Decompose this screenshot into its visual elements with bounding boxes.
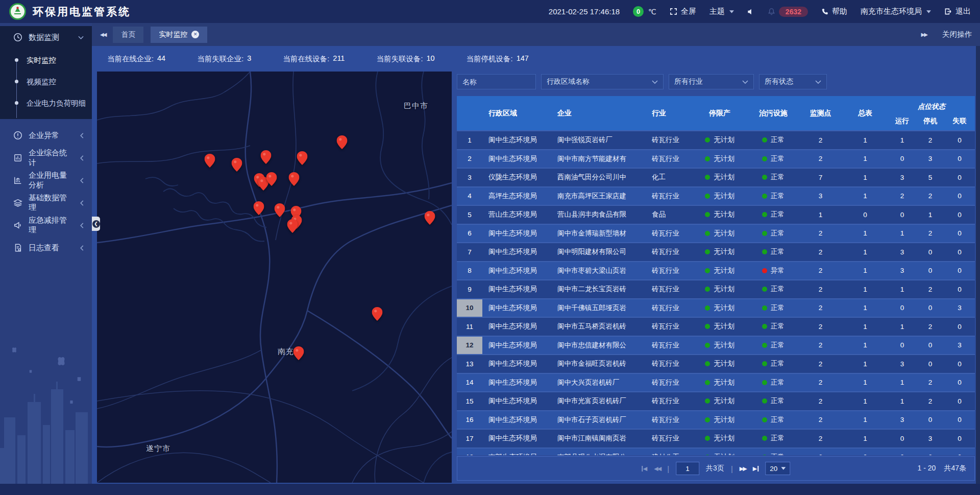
sidebar-group-enterprise-abnormal: 企业异常 bbox=[0, 124, 92, 147]
map-marker-pin[interactable] bbox=[266, 172, 277, 186]
organization-menu[interactable]: 南充市生态环境局 bbox=[861, 7, 931, 16]
map-marker-pin[interactable] bbox=[297, 151, 308, 165]
sidebar-item-enterprise-abnormal[interactable]: 企业异常 bbox=[0, 124, 92, 147]
sidebar: 数据监测实时监控视频监控企业电力负荷明细企业异常企业综合统计企业用电量分析基础数… bbox=[0, 23, 92, 484]
map-marker-pin[interactable] bbox=[289, 172, 300, 186]
industry-filter-select[interactable]: 所有行业 bbox=[669, 74, 754, 89]
map-marker-pin[interactable] bbox=[261, 150, 272, 164]
table-row[interactable]: 7阆中生态环境局阆中明阳建材有限公司砖瓦行业无计划正常21300 bbox=[457, 242, 975, 261]
table-row[interactable]: 18南部生态环境局南部县砚化水泥有限公建材化工无计划正常60060 bbox=[457, 447, 975, 456]
status-label: 无计划 bbox=[714, 415, 734, 425]
tab-realtime-monitor[interactable]: 实时监控 ✕ bbox=[151, 27, 207, 43]
cell-industry: 砖瓦行业 bbox=[646, 359, 692, 368]
table-row[interactable]: 10阆中生态环境局阆中千佛镇五郎垭页岩砖瓦行业无计划正常21003 bbox=[457, 298, 975, 317]
sidebar-cityscape-decoration bbox=[0, 341, 92, 484]
temperature-unit: ℃ bbox=[648, 8, 656, 16]
close-tab-icon[interactable]: ✕ bbox=[191, 31, 199, 38]
cell-monitor-count: 3 bbox=[799, 192, 842, 200]
cell-region: 阆中生态环境局 bbox=[482, 303, 551, 313]
map-marker-pin[interactable] bbox=[287, 219, 298, 233]
map-marker-pin[interactable] bbox=[337, 135, 348, 149]
help-button[interactable]: 帮助 bbox=[821, 7, 847, 16]
total-count-label: 共47条 bbox=[944, 464, 966, 473]
scroll-tabs-right-icon[interactable]: ▶▶ bbox=[921, 32, 927, 37]
map-marker-pin[interactable] bbox=[425, 211, 435, 225]
sidebar-item-video-monitor[interactable]: 视频监控 bbox=[0, 71, 92, 92]
column-header-halt: 停机 bbox=[916, 112, 944, 130]
region-filter-select[interactable]: 行政区域名称 bbox=[541, 74, 664, 89]
sidebar-item-realtime-monitor[interactable]: 实时监控 bbox=[0, 50, 92, 71]
table-row[interactable]: 13阆中生态环境局阆中市金福旺页岩机砖砖瓦行业无计划正常21300 bbox=[457, 354, 975, 373]
alert-icon bbox=[13, 131, 22, 140]
map-marker-pin[interactable] bbox=[372, 307, 383, 321]
sidebar-item-log-view[interactable]: 日志查看 bbox=[0, 237, 92, 259]
page-number-input[interactable]: 1 bbox=[676, 462, 699, 475]
sidebar-item-enterprise-statistics[interactable]: 企业综合统计 bbox=[0, 147, 92, 169]
sidebar-item-power-load-detail[interactable]: 企业电力负荷明细 bbox=[0, 92, 92, 114]
table-row[interactable]: 3仪陇生态环境局西南油气田分公司川中化工无计划正常71350 bbox=[457, 168, 975, 186]
table-row[interactable]: 14阆中生态环境局阆中大兴页岩机砖厂砖瓦行业无计划正常21120 bbox=[457, 373, 975, 392]
map-marker-pin[interactable] bbox=[275, 203, 285, 217]
row-number: 8 bbox=[457, 262, 482, 280]
cell-treatment: 正常 bbox=[748, 396, 799, 406]
table-row[interactable]: 2阆中生态环境局阆中市南方节能建材有砖瓦行业无计划正常21030 bbox=[457, 149, 975, 168]
status-label: 正常 bbox=[771, 229, 785, 238]
last-page-button[interactable]: ▶ bbox=[753, 465, 758, 472]
scroll-tabs-left-icon[interactable]: ◀◀ bbox=[100, 32, 106, 37]
table-row[interactable]: 12阆中生态环境局阆中市忠信建材有限公砖瓦行业无计划正常21003 bbox=[457, 336, 975, 355]
close-operations-button[interactable]: 关闭操作 bbox=[942, 30, 972, 39]
name-filter-input[interactable] bbox=[457, 74, 536, 89]
page-size-select[interactable]: 20 bbox=[765, 462, 790, 475]
map-marker-pin[interactable] bbox=[293, 346, 304, 360]
sidebar-collapse-handle[interactable]: ❮ bbox=[92, 217, 100, 231]
table-row[interactable]: 16阆中生态环境局阆中市石子页岩机砖厂砖瓦行业无计划正常21300 bbox=[457, 410, 975, 429]
status-label: 无计划 bbox=[714, 359, 734, 368]
cell-monitor-count: 2 bbox=[799, 286, 842, 293]
table-row[interactable]: 9阆中生态环境局阆中市二龙长宝页岩砖砖瓦行业无计划正常21120 bbox=[457, 279, 975, 298]
speaker-button[interactable] bbox=[747, 8, 754, 15]
notifications-button[interactable]: 2632 bbox=[768, 7, 808, 17]
status-filter-select[interactable]: 所有状态 bbox=[759, 74, 827, 89]
table-row[interactable]: 8阆中生态环境局阆中市枣碧大梁山页岩砖瓦行业无计划异常21300 bbox=[457, 261, 975, 280]
status-dot bbox=[762, 231, 767, 236]
table-row[interactable]: 1阆中生态环境局阆中强锐页岩砖厂砖瓦行业无计划正常21120 bbox=[457, 130, 975, 149]
sidebar-item-data-monitor[interactable]: 数据监测 bbox=[0, 26, 92, 49]
cell-industry: 砖瓦行业 bbox=[646, 154, 692, 163]
table-row[interactable]: 17阆中生态环境局阆中市江南镇阆南页岩砖瓦行业无计划正常21030 bbox=[457, 429, 975, 447]
cell-meter-count: 0 bbox=[842, 211, 888, 219]
cell-industry: 砖瓦行业 bbox=[646, 192, 692, 201]
status-dot bbox=[762, 455, 767, 455]
sidebar-item-basic-data[interactable]: 基础数据管理 bbox=[0, 192, 92, 214]
table-row[interactable]: 4高坪生态环境局南充市高坪区王家店建砖瓦行业无计划正常31220 bbox=[457, 186, 975, 205]
table-row[interactable]: 5营山生态环境局营山县润丰肉食品有限食品无计划正常10010 bbox=[457, 205, 975, 224]
map-marker-pin[interactable] bbox=[254, 201, 264, 215]
prev-page-button[interactable]: ◀◀ bbox=[654, 465, 660, 472]
fullscreen-button[interactable]: 全屏 bbox=[670, 7, 696, 16]
map-marker-pin[interactable] bbox=[205, 154, 215, 168]
sidebar-item-power-analysis[interactable]: 企业用电量分析 bbox=[0, 169, 92, 192]
map-marker-pin[interactable] bbox=[232, 158, 242, 172]
cell-treatment: 正常 bbox=[748, 173, 799, 182]
theme-button[interactable]: 主题 bbox=[709, 7, 734, 16]
table-row[interactable]: 15阆中生态环境局阆中市光富页岩机砖厂砖瓦行业无计划正常21120 bbox=[457, 391, 975, 410]
first-page-button[interactable]: ◀ bbox=[642, 465, 647, 472]
cell-halt-count: 6 bbox=[916, 453, 944, 455]
scrollbar-track[interactable] bbox=[976, 46, 980, 484]
status-label: 无计划 bbox=[714, 453, 734, 455]
table-row[interactable]: 6阆中生态环境局阆中市金博瑞新型墙材砖瓦行业无计划正常21120 bbox=[457, 224, 975, 243]
stat-value: 147 bbox=[517, 54, 529, 64]
table-row[interactable]: 11阆中生态环境局阆中市五马桥页岩机砖砖瓦行业无计划正常21120 bbox=[457, 317, 975, 336]
cell-halt-count: 0 bbox=[916, 304, 944, 312]
logout-button[interactable]: 退出 bbox=[944, 7, 971, 16]
cell-company: 阆中市南方节能建材有 bbox=[551, 154, 646, 163]
cell-meter-count: 1 bbox=[842, 341, 888, 349]
sidebar-item-emergency-reduction[interactable]: 应急减排管理 bbox=[0, 214, 92, 237]
cell-run-count: 1 bbox=[888, 136, 916, 144]
map[interactable]: 巴中市南充市遂宁市 bbox=[97, 72, 452, 483]
logout-icon bbox=[944, 8, 952, 15]
tab-home[interactable]: 首页 bbox=[113, 27, 143, 43]
cell-run-count: 3 bbox=[888, 174, 916, 181]
temperature-badge: 0 bbox=[633, 6, 644, 17]
next-page-button[interactable]: ▶▶ bbox=[740, 465, 746, 472]
map-city-label: 遂宁市 bbox=[146, 444, 170, 454]
